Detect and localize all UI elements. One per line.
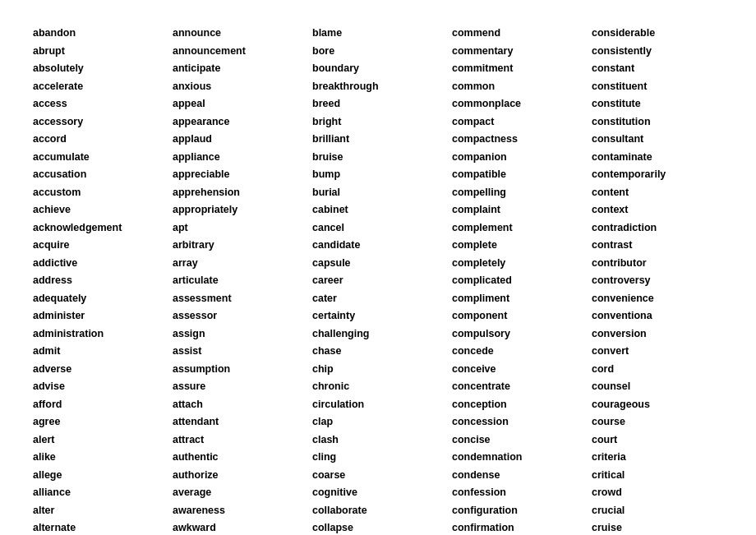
list-item: convenience — [592, 290, 723, 308]
list-item: constituent — [592, 78, 723, 96]
list-item: court — [592, 431, 723, 450]
list-item: cling — [312, 449, 444, 467]
list-item: conception — [452, 396, 583, 414]
list-item: collaborate — [312, 502, 444, 520]
list-item: alternate — [33, 519, 164, 535]
list-item: adequately — [33, 290, 164, 308]
list-item: constitute — [592, 95, 723, 113]
list-item: boundary — [312, 60, 444, 78]
list-item: constant — [592, 60, 723, 78]
list-item: administer — [33, 307, 164, 325]
list-item: compulsory — [452, 325, 583, 344]
list-item: attach — [173, 396, 304, 414]
list-item: consistently — [592, 43, 723, 61]
list-item: certainty — [312, 307, 444, 325]
list-item: condemnation — [452, 449, 583, 467]
list-item: assumption — [173, 361, 304, 379]
list-item: considerable — [592, 25, 723, 43]
list-item: authorize — [173, 467, 304, 485]
list-item: commitment — [452, 60, 583, 78]
list-item: chip — [312, 361, 444, 379]
list-item: cord — [592, 361, 723, 379]
word-column-1: announceannouncementanticipateanxiousapp… — [173, 25, 304, 535]
list-item: abandon — [33, 25, 164, 43]
list-item: criteria — [592, 449, 723, 467]
list-item: acquire — [33, 237, 164, 255]
list-item: cancel — [312, 219, 444, 238]
list-item: conversion — [592, 325, 723, 344]
list-item: address — [33, 272, 164, 290]
list-item: addictive — [33, 255, 164, 273]
list-item: attendant — [173, 413, 304, 431]
list-item: complement — [452, 219, 583, 238]
list-item: anxious — [173, 78, 304, 96]
list-item: awkward — [173, 519, 304, 535]
list-item: accusation — [33, 166, 164, 184]
list-item: concentrate — [452, 378, 583, 396]
list-item: contributor — [592, 255, 723, 273]
list-item: burial — [312, 184, 444, 202]
list-item: circulation — [312, 396, 444, 414]
list-item: confirmation — [452, 519, 583, 535]
list-item: controversy — [592, 272, 723, 290]
list-item: accelerate — [33, 78, 164, 96]
list-item: consultant — [592, 131, 723, 149]
list-item: challenging — [312, 325, 444, 344]
list-item: confession — [452, 484, 583, 502]
list-item: compact — [452, 113, 583, 131]
list-item: cabinet — [312, 201, 444, 219]
list-item: coarse — [312, 467, 444, 485]
list-item: assessment — [173, 290, 304, 308]
list-item: assure — [173, 378, 304, 396]
list-item: contemporarily — [592, 166, 723, 184]
list-item: achieve — [33, 201, 164, 219]
list-item: alert — [33, 431, 164, 450]
list-item: capsule — [312, 255, 444, 273]
list-item: commend — [452, 25, 583, 43]
list-item: assist — [173, 343, 304, 361]
list-item: crowd — [592, 484, 723, 502]
list-item: complaint — [452, 201, 583, 219]
list-item: announce — [173, 25, 304, 43]
list-item: access — [33, 95, 164, 113]
list-item: assign — [173, 325, 304, 344]
list-item: contrast — [592, 237, 723, 255]
list-item: allege — [33, 467, 164, 485]
list-item: alike — [33, 449, 164, 467]
list-item: accessory — [33, 113, 164, 131]
list-item: blame — [312, 25, 444, 43]
list-item: cruise — [592, 519, 723, 535]
list-item: complete — [452, 237, 583, 255]
list-item: compliment — [452, 290, 583, 308]
word-column-2: blameboreboundarybreakthroughbreedbright… — [312, 25, 444, 535]
list-item: announcement — [173, 43, 304, 61]
list-item: career — [312, 272, 444, 290]
list-item: apt — [173, 219, 304, 238]
list-item: average — [173, 484, 304, 502]
list-item: applaud — [173, 131, 304, 149]
list-item: bore — [312, 43, 444, 61]
list-item: adverse — [33, 361, 164, 379]
list-item: admit — [33, 343, 164, 361]
list-item: commonplace — [452, 95, 583, 113]
list-item: compactness — [452, 131, 583, 149]
list-item: convert — [592, 343, 723, 361]
list-item: chase — [312, 343, 444, 361]
list-item: conventiona — [592, 307, 723, 325]
list-item: assessor — [173, 307, 304, 325]
list-item: advise — [33, 378, 164, 396]
list-item: appropriately — [173, 201, 304, 219]
list-item: completely — [452, 255, 583, 273]
list-item: acknowledgement — [33, 219, 164, 238]
list-item: course — [592, 413, 723, 431]
list-item: administration — [33, 325, 164, 344]
list-item: clash — [312, 431, 444, 450]
list-item: anticipate — [173, 60, 304, 78]
list-item: appreciable — [173, 166, 304, 184]
list-item: chronic — [312, 378, 444, 396]
list-item: condense — [452, 467, 583, 485]
list-item: courageous — [592, 396, 723, 414]
list-item: clap — [312, 413, 444, 431]
list-item: brilliant — [312, 131, 444, 149]
list-item: content — [592, 184, 723, 202]
